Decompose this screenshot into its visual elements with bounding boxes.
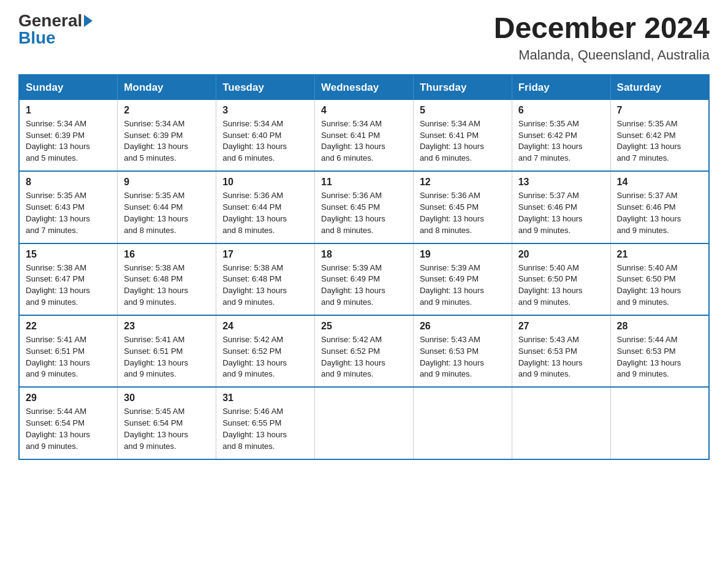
calendar-cell: 5Sunrise: 5:34 AM Sunset: 6:41 PM Daylig…: [413, 100, 512, 171]
logo-blue-text: Blue: [18, 29, 56, 47]
day-info: Sunrise: 5:44 AM Sunset: 6:54 PM Dayligh…: [26, 406, 111, 452]
day-number: 11: [321, 177, 407, 188]
calendar-cell: [413, 387, 512, 459]
calendar-cell: 24Sunrise: 5:42 AM Sunset: 6:52 PM Dayli…: [216, 315, 315, 387]
weekday-header-thursday: Thursday: [413, 75, 512, 100]
day-number: 26: [420, 321, 506, 332]
day-info: Sunrise: 5:36 AM Sunset: 6:45 PM Dayligh…: [321, 190, 407, 236]
day-info: Sunrise: 5:34 AM Sunset: 6:41 PM Dayligh…: [420, 118, 506, 164]
day-number: 9: [124, 177, 210, 188]
day-number: 4: [321, 105, 407, 116]
day-info: Sunrise: 5:40 AM Sunset: 6:50 PM Dayligh…: [617, 262, 702, 308]
day-info: Sunrise: 5:40 AM Sunset: 6:50 PM Dayligh…: [518, 262, 604, 308]
day-number: 12: [420, 177, 506, 188]
week-row-5: 29Sunrise: 5:44 AM Sunset: 6:54 PM Dayli…: [19, 387, 709, 459]
week-row-1: 1Sunrise: 5:34 AM Sunset: 6:39 PM Daylig…: [19, 100, 709, 171]
calendar-cell: 1Sunrise: 5:34 AM Sunset: 6:39 PM Daylig…: [19, 100, 118, 171]
calendar-cell: 8Sunrise: 5:35 AM Sunset: 6:43 PM Daylig…: [19, 171, 118, 243]
day-number: 19: [420, 249, 506, 260]
day-info: Sunrise: 5:35 AM Sunset: 6:44 PM Dayligh…: [124, 190, 210, 236]
day-info: Sunrise: 5:43 AM Sunset: 6:53 PM Dayligh…: [420, 334, 506, 380]
day-number: 16: [124, 249, 210, 260]
week-row-4: 22Sunrise: 5:41 AM Sunset: 6:51 PM Dayli…: [19, 315, 709, 387]
day-info: Sunrise: 5:35 AM Sunset: 6:43 PM Dayligh…: [26, 190, 111, 236]
day-number: 14: [617, 177, 702, 188]
day-number: 10: [222, 177, 308, 188]
day-number: 7: [617, 105, 702, 116]
day-info: Sunrise: 5:39 AM Sunset: 6:49 PM Dayligh…: [321, 262, 407, 308]
calendar-cell: 11Sunrise: 5:36 AM Sunset: 6:45 PM Dayli…: [315, 171, 414, 243]
calendar-cell: 14Sunrise: 5:37 AM Sunset: 6:46 PM Dayli…: [610, 171, 709, 243]
day-number: 22: [26, 321, 111, 332]
calendar-cell: 4Sunrise: 5:34 AM Sunset: 6:41 PM Daylig…: [315, 100, 414, 171]
title-area: December 2024 Malanda, Queensland, Austr…: [494, 12, 710, 63]
calendar-cell: 3Sunrise: 5:34 AM Sunset: 6:40 PM Daylig…: [216, 100, 315, 171]
day-info: Sunrise: 5:37 AM Sunset: 6:46 PM Dayligh…: [518, 190, 604, 236]
calendar-cell: 12Sunrise: 5:36 AM Sunset: 6:45 PM Dayli…: [413, 171, 512, 243]
day-number: 20: [518, 249, 604, 260]
day-number: 13: [518, 177, 604, 188]
day-info: Sunrise: 5:38 AM Sunset: 6:48 PM Dayligh…: [222, 262, 308, 308]
calendar-cell: 26Sunrise: 5:43 AM Sunset: 6:53 PM Dayli…: [413, 315, 512, 387]
weekday-header-wednesday: Wednesday: [315, 75, 414, 100]
day-info: Sunrise: 5:38 AM Sunset: 6:48 PM Dayligh…: [124, 262, 210, 308]
day-number: 21: [617, 249, 702, 260]
day-info: Sunrise: 5:42 AM Sunset: 6:52 PM Dayligh…: [222, 334, 308, 380]
day-number: 17: [222, 249, 308, 260]
calendar-cell: 29Sunrise: 5:44 AM Sunset: 6:54 PM Dayli…: [19, 387, 118, 459]
weekday-header-saturday: Saturday: [610, 75, 709, 100]
calendar-cell: 28Sunrise: 5:44 AM Sunset: 6:53 PM Dayli…: [610, 315, 709, 387]
calendar-cell: 19Sunrise: 5:39 AM Sunset: 6:49 PM Dayli…: [413, 243, 512, 315]
day-number: 6: [518, 105, 604, 116]
calendar-cell: 23Sunrise: 5:41 AM Sunset: 6:51 PM Dayli…: [118, 315, 216, 387]
day-number: 24: [222, 321, 308, 332]
day-number: 27: [518, 321, 604, 332]
day-number: 8: [26, 177, 111, 188]
calendar-cell: 10Sunrise: 5:36 AM Sunset: 6:44 PM Dayli…: [216, 171, 315, 243]
day-number: 2: [124, 105, 210, 116]
calendar-cell: 25Sunrise: 5:42 AM Sunset: 6:52 PM Dayli…: [315, 315, 414, 387]
day-info: Sunrise: 5:34 AM Sunset: 6:40 PM Dayligh…: [222, 118, 308, 164]
day-info: Sunrise: 5:42 AM Sunset: 6:52 PM Dayligh…: [321, 334, 407, 380]
day-info: Sunrise: 5:38 AM Sunset: 6:47 PM Dayligh…: [26, 262, 111, 308]
calendar-table: SundayMondayTuesdayWednesdayThursdayFrid…: [18, 74, 710, 460]
day-info: Sunrise: 5:35 AM Sunset: 6:42 PM Dayligh…: [518, 118, 604, 164]
calendar-cell: 7Sunrise: 5:35 AM Sunset: 6:42 PM Daylig…: [610, 100, 709, 171]
calendar-cell: 21Sunrise: 5:40 AM Sunset: 6:50 PM Dayli…: [610, 243, 709, 315]
day-number: 29: [26, 393, 111, 404]
calendar-cell: 27Sunrise: 5:43 AM Sunset: 6:53 PM Dayli…: [512, 315, 610, 387]
calendar-cell: 15Sunrise: 5:38 AM Sunset: 6:47 PM Dayli…: [19, 243, 118, 315]
week-row-3: 15Sunrise: 5:38 AM Sunset: 6:47 PM Dayli…: [19, 243, 709, 315]
calendar-cell: 22Sunrise: 5:41 AM Sunset: 6:51 PM Dayli…: [19, 315, 118, 387]
day-info: Sunrise: 5:37 AM Sunset: 6:46 PM Dayligh…: [617, 190, 702, 236]
calendar-cell: 18Sunrise: 5:39 AM Sunset: 6:49 PM Dayli…: [315, 243, 414, 315]
weekday-header-friday: Friday: [512, 75, 610, 100]
calendar-cell: 31Sunrise: 5:46 AM Sunset: 6:55 PM Dayli…: [216, 387, 315, 459]
day-number: 23: [124, 321, 210, 332]
day-info: Sunrise: 5:36 AM Sunset: 6:44 PM Dayligh…: [222, 190, 308, 236]
calendar-subtitle: Malanda, Queensland, Australia: [494, 47, 710, 63]
day-number: 1: [26, 105, 111, 116]
logo-general-text: General: [18, 12, 82, 29]
calendar-cell: [315, 387, 414, 459]
weekday-header-row: SundayMondayTuesdayWednesdayThursdayFrid…: [19, 75, 709, 100]
logo-arrow-icon: [84, 15, 93, 27]
day-number: 18: [321, 249, 407, 260]
day-info: Sunrise: 5:34 AM Sunset: 6:39 PM Dayligh…: [26, 118, 111, 164]
day-info: Sunrise: 5:35 AM Sunset: 6:42 PM Dayligh…: [617, 118, 702, 164]
calendar-cell: 13Sunrise: 5:37 AM Sunset: 6:46 PM Dayli…: [512, 171, 610, 243]
day-number: 28: [617, 321, 702, 332]
calendar-cell: [610, 387, 709, 459]
week-row-2: 8Sunrise: 5:35 AM Sunset: 6:43 PM Daylig…: [19, 171, 709, 243]
calendar-cell: 16Sunrise: 5:38 AM Sunset: 6:48 PM Dayli…: [118, 243, 216, 315]
calendar-title: December 2024: [494, 12, 710, 45]
day-info: Sunrise: 5:43 AM Sunset: 6:53 PM Dayligh…: [518, 334, 604, 380]
day-info: Sunrise: 5:41 AM Sunset: 6:51 PM Dayligh…: [124, 334, 210, 380]
page-header: General Blue December 2024 Malanda, Quee…: [18, 12, 710, 63]
day-number: 25: [321, 321, 407, 332]
calendar-cell: 30Sunrise: 5:45 AM Sunset: 6:54 PM Dayli…: [118, 387, 216, 459]
calendar-cell: 20Sunrise: 5:40 AM Sunset: 6:50 PM Dayli…: [512, 243, 610, 315]
day-info: Sunrise: 5:34 AM Sunset: 6:39 PM Dayligh…: [124, 118, 210, 164]
calendar-cell: 9Sunrise: 5:35 AM Sunset: 6:44 PM Daylig…: [118, 171, 216, 243]
day-info: Sunrise: 5:39 AM Sunset: 6:49 PM Dayligh…: [420, 262, 506, 308]
